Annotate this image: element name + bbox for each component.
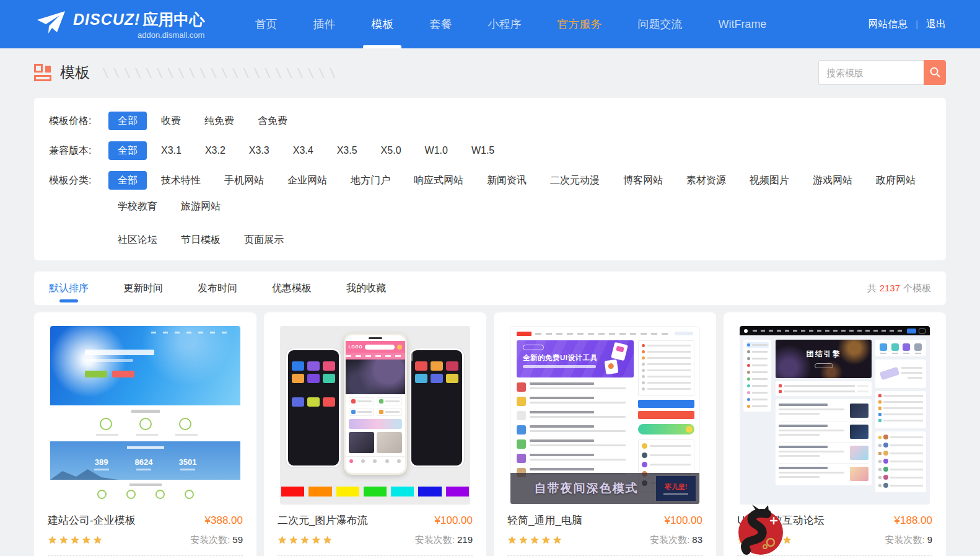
filter-version-w15[interactable]: W1.5 — [462, 141, 504, 160]
nav-packages[interactable]: 套餐 — [411, 0, 470, 48]
filter-row-version: 兼容版本: 全部 X3.1 X3.2 X3.3 X3.4 X3.5 X5.0 W… — [49, 141, 931, 160]
thumb2-phone-right — [409, 348, 464, 467]
thumb1-stat-1: 389 — [94, 451, 109, 470]
filter-options-category: 全部 技术特性 手机网站 企业网站 地方门户 响应式网站 新闻资讯 二次元动漫 … — [108, 171, 931, 249]
paper-plane-icon — [36, 10, 66, 38]
filter-version-w10[interactable]: W1.0 — [416, 141, 457, 160]
top-navbar: DISCUZ!应用中心 addon.dismall.com 首页 插件 模板 套… — [0, 0, 980, 48]
thumb2-color-stripes — [281, 487, 469, 496]
site-logo[interactable]: DISCUZ!应用中心 addon.dismall.com — [36, 0, 204, 48]
filter-cat-mobile[interactable]: 手机网站 — [215, 171, 273, 190]
filter-row-price: 模板价格: 全部 收费 纯免费 含免费 — [49, 112, 931, 130]
filter-cat-video[interactable]: 视频图片 — [740, 171, 798, 190]
site-info-link[interactable]: 网站信息 — [868, 18, 908, 31]
thumb4-banner: 团结引擎 — [776, 340, 872, 378]
thumb1-stat-2: 8624 — [135, 451, 153, 470]
title-decoration: \\\\\\\\\\\\\\\\\\\\\\ — [102, 66, 340, 79]
filter-cat-material[interactable]: 素材资源 — [677, 171, 735, 190]
sort-tab-discount[interactable]: 优惠模板 — [272, 271, 312, 305]
thumb2-phone-center: LOGO — [344, 333, 407, 475]
nav-miniprogram[interactable]: 小程序 — [470, 0, 539, 48]
thumb3-overlay-text: 自带夜间深色模式 — [535, 480, 639, 496]
search-input[interactable] — [818, 60, 924, 85]
page-title-row: 模板 \\\\\\\\\\\\\\\\\\\\\\ — [34, 53, 946, 92]
filter-version-all[interactable]: 全部 — [108, 141, 147, 160]
filter-version-x32[interactable]: X3.2 — [196, 141, 235, 160]
thumb4-sidebar-right — [875, 340, 926, 492]
template-card-3: 全新的免费UI设计工具 — [494, 312, 716, 556]
install-count: 安装次数:9 — [885, 534, 932, 546]
filter-cat-news[interactable]: 新闻资讯 — [478, 171, 536, 190]
sort-tab-published[interactable]: 发布时间 — [198, 271, 237, 305]
filter-price-all[interactable]: 全部 — [108, 112, 147, 130]
search-button[interactable] — [924, 60, 946, 85]
filter-version-x33[interactable]: X3.3 — [240, 141, 279, 160]
nav-official-service[interactable]: 官方服务 — [539, 0, 619, 48]
filter-price-paid[interactable]: 收费 — [152, 112, 190, 130]
thumb2-phone-left — [286, 348, 341, 467]
template-price: ¥188.00 — [895, 514, 932, 527]
filter-cat-anime[interactable]: 二次元动漫 — [541, 171, 609, 190]
nav-qa[interactable]: 问题交流 — [619, 0, 700, 48]
sort-bar: 默认排序 更新时间 发布时间 优惠模板 我的收藏 共2137个模板 — [34, 271, 946, 305]
filter-price-has-free[interactable]: 含免费 — [248, 112, 297, 130]
filter-cat-blog[interactable]: 博客网站 — [614, 171, 672, 190]
nav-home[interactable]: 首页 — [237, 0, 295, 48]
filter-cat-community[interactable]: 社区论坛 — [108, 231, 167, 249]
filter-cat-gov[interactable]: 政府网站 — [867, 171, 925, 190]
filter-cat-game[interactable]: 游戏网站 — [803, 171, 862, 190]
thumb1-stat-3: 3501 — [179, 451, 197, 470]
filter-price-free[interactable]: 纯免费 — [195, 112, 243, 130]
filter-version-x35[interactable]: X3.5 — [328, 141, 367, 160]
dragon-logo-widget[interactable] — [732, 503, 784, 556]
filter-cat-holiday[interactable]: 节日模板 — [172, 231, 230, 249]
thumb4-banner-title: 团结引擎 — [776, 340, 872, 360]
template-price: ¥388.00 — [205, 514, 243, 527]
filter-label-price: 模板价格: — [49, 112, 108, 130]
logo-title-zh: 应用中心 — [142, 11, 204, 28]
rating-stars — [278, 534, 334, 547]
search-box — [818, 60, 946, 85]
logout-link[interactable]: 退出 — [926, 18, 946, 31]
template-price: ¥100.00 — [435, 514, 473, 527]
header-user-links: 网站信息 | 退出 — [868, 0, 946, 48]
template-thumbnail-2[interactable]: LOGO — [280, 326, 470, 505]
template-thumbnail-1[interactable]: 389 8624 3501 — [50, 326, 240, 505]
sort-tab-default[interactable]: 默认排序 — [49, 271, 89, 305]
sort-tab-favorites[interactable]: 我的收藏 — [346, 271, 386, 305]
main-nav: 首页 插件 模板 套餐 小程序 官方服务 问题交流 WitFrame — [237, 0, 784, 48]
filter-version-x31[interactable]: X3.1 — [152, 141, 191, 160]
filter-cat-local[interactable]: 地方门户 — [341, 171, 400, 190]
template-title[interactable]: 二次元_图片瀑布流 — [278, 513, 367, 527]
filter-cat-pages[interactable]: 页面展示 — [235, 231, 293, 249]
nav-plugins[interactable]: 插件 — [295, 0, 353, 48]
filter-version-x50[interactable]: X5.0 — [372, 141, 411, 160]
filter-label-version: 兼容版本: — [49, 141, 108, 160]
filter-options-version: 全部 X3.1 X3.2 X3.3 X3.4 X3.5 X5.0 W1.0 W1… — [108, 141, 931, 160]
filter-cat-edu[interactable]: 学校教育 — [108, 197, 167, 216]
sort-tabs: 默认排序 更新时间 发布时间 优惠模板 我的收藏 — [49, 271, 386, 305]
filter-cat-travel[interactable]: 旅游网站 — [172, 197, 230, 216]
filter-cat-responsive[interactable]: 响应式网站 — [405, 171, 473, 190]
template-thumbnail-4[interactable]: 团结引擎 — [740, 326, 930, 505]
filter-cat-all[interactable]: 全部 — [108, 171, 147, 190]
install-count: 安装次数:59 — [190, 534, 243, 546]
template-grid: 389 8624 3501 建站公司-企业模板 ¥388.00 安装次数:59 … — [34, 312, 946, 556]
template-card-2: LOGO — [264, 312, 486, 556]
nav-witframe[interactable]: WitFrame — [700, 0, 784, 48]
template-title[interactable]: 建站公司-企业模板 — [48, 513, 136, 527]
logo-domain: addon.dismall.com — [138, 30, 204, 40]
logo-title-en: DISCUZ! — [73, 11, 140, 28]
filter-version-x34[interactable]: X3.4 — [284, 141, 323, 160]
thumb4-sidebar-left — [743, 340, 771, 412]
thumb4-post-list — [776, 399, 872, 485]
template-title[interactable]: 轻简_通用_电脑 — [507, 513, 582, 527]
template-thumbnail-3[interactable]: 全新的免费UI设计工具 — [510, 326, 700, 505]
template-icon — [34, 64, 51, 81]
sort-tab-updated[interactable]: 更新时间 — [123, 271, 163, 305]
filter-cat-tech[interactable]: 技术特性 — [152, 171, 210, 190]
nav-templates[interactable]: 模板 — [353, 0, 411, 48]
thumb1-features — [50, 405, 240, 441]
template-price: ¥100.00 — [665, 514, 702, 527]
filter-cat-enterprise[interactable]: 企业网站 — [278, 171, 336, 190]
